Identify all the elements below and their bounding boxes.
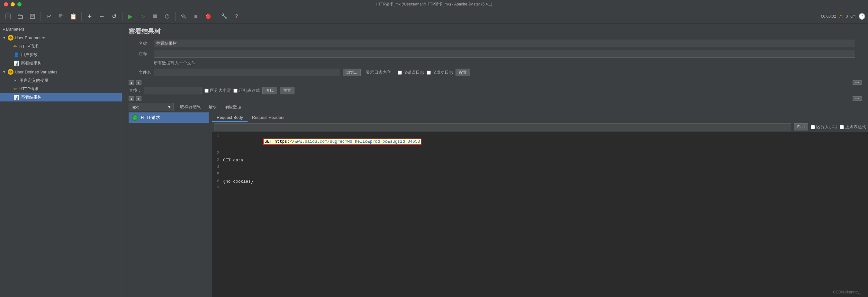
elapsed-time: 00:00:02 [821, 14, 836, 19]
tab-request-body[interactable]: Request Body [212, 114, 248, 122]
url-link: www.baidu.com/sugrec?wd=hello&prod=pc&su… [294, 139, 420, 144]
dots-btn-1[interactable]: ••• [852, 80, 862, 85]
remote-shutdown-button[interactable]: 🔴 [203, 11, 214, 22]
cut-button[interactable]: ✂ [43, 11, 54, 22]
code-line-1: 1 GET https://www.baidu.com/sugrec?wd=he… [212, 133, 868, 150]
separator-4 [175, 12, 176, 21]
tab-request[interactable]: 请求 [205, 103, 221, 111]
window-controls [4, 2, 22, 6]
clock-icon: 🕐 [858, 13, 865, 20]
find-case-checkbox[interactable] [811, 125, 815, 129]
line-content-3: GET data [222, 157, 868, 163]
sidebar-item-http-request-1[interactable]: ✏ HTTP请求 [0, 42, 122, 51]
separator-2 [81, 12, 82, 21]
line-num-1: 1 [212, 133, 222, 138]
filename-label: 文件名 [135, 70, 151, 75]
new-button[interactable] [3, 11, 13, 22]
window-title: HTTP请求.jmx (/Users/ahan/HTTP请求.jmx) - Ap… [376, 2, 493, 7]
comment-input[interactable] [154, 50, 855, 58]
close-button[interactable] [4, 2, 8, 6]
down-arrow-btn-2[interactable]: ▼ [136, 96, 142, 101]
user-vars-icon: 👤 [13, 52, 19, 57]
filename-input[interactable] [154, 69, 340, 76]
find-button[interactable]: 查找 [262, 87, 277, 94]
sidebar-item-user-parameters[interactable]: ▼ ⚙ User Parameters [0, 33, 122, 42]
text-dropdown-label: Text [131, 105, 138, 110]
success-log-checkbox[interactable] [427, 71, 431, 75]
divider-1: ▲ ▼ ••• [122, 80, 868, 85]
sidebar-user-vars-label: 用户参数 [21, 52, 38, 58]
find-regex-checkbox[interactable] [840, 125, 844, 129]
code-line-3: 3 GET data [212, 157, 868, 164]
line-content-2 [222, 150, 868, 156]
detail-tabs: Request Body Request Headers [212, 112, 868, 122]
sidebar-item-udv-vars[interactable]: ✂ 用户定义的变量 [0, 76, 122, 85]
remote-stop-button[interactable]: ⏹ [190, 11, 201, 22]
remove-button[interactable]: − [96, 11, 107, 22]
line-content-6: {no cookies} [222, 179, 868, 185]
templates-button[interactable]: 🔧 [219, 11, 230, 22]
sidebar-item-results-tree-2[interactable]: 📊 察看结果树 [0, 93, 122, 102]
case-sensitive-checkbox[interactable] [205, 88, 209, 93]
dots-btn-2[interactable]: ••• [852, 96, 862, 101]
find-bar-button[interactable]: Find [794, 124, 808, 131]
name-input[interactable] [154, 39, 855, 47]
sidebar-item-user-vars[interactable]: 👤 用户参数 [0, 51, 122, 59]
watermark: CSDN @anndy_ [833, 290, 862, 294]
minimize-button[interactable] [10, 2, 15, 6]
open-button[interactable] [15, 11, 26, 22]
sidebar-item-http-request-2[interactable]: ✏ HTTP请求 [0, 85, 122, 93]
content-panel: 察看结果树 名称： 注释： 所有数据写入一个文件 文件名 浏览... [122, 24, 868, 297]
sample-item-http[interactable]: ✓ HTTP请求 [129, 112, 209, 123]
code-line-5: 5 [212, 171, 868, 179]
tab-request-headers[interactable]: Request Headers [248, 114, 289, 122]
sidebar-results-label-1: 察看结果树 [21, 60, 42, 66]
sidebar-results-label-2: 察看结果树 [21, 94, 42, 100]
error-log-checkbox[interactable] [398, 71, 402, 75]
main-layout: Parameters ▼ ⚙ User Parameters ✏ HTTP请求 … [0, 24, 868, 297]
regex-checkbox[interactable] [234, 88, 238, 93]
paste-button[interactable]: 📋 [68, 11, 79, 22]
success-log-checkbox-label: 仅成功日志 [427, 70, 453, 75]
display-log-label: 显示日志内容： [366, 70, 395, 75]
line-num-7: 7 [212, 186, 222, 191]
divider-2: ▲ ▼ ••• [122, 96, 868, 102]
search-input[interactable] [144, 87, 202, 94]
add-button[interactable]: + [84, 11, 95, 22]
highlighted-line: GET https://www.baidu.com/sugrec?wd=hell… [263, 138, 422, 145]
start-button[interactable]: ▶ [125, 11, 136, 22]
remote-start-button[interactable]: 🔌 [178, 11, 189, 22]
tab-sampler[interactable]: 取样器结果 [176, 103, 205, 111]
regex-text: 正则表达式 [239, 88, 260, 93]
up-arrow-btn[interactable]: ▲ [129, 80, 134, 85]
sidebar-item-results-tree-1[interactable]: 📊 察看结果树 [0, 59, 122, 67]
shutdown-button[interactable] [162, 11, 173, 22]
tab-response[interactable]: 响应数据 [221, 103, 245, 111]
save-button[interactable] [27, 11, 38, 22]
revert-button[interactable]: ↺ [108, 11, 120, 22]
sidebar-item-user-defined-vars[interactable]: ▼ ⚙ User Defined Variables [0, 67, 122, 76]
down-arrow-btn[interactable]: ▼ [136, 80, 142, 85]
browse-button[interactable]: 浏览... [343, 69, 361, 76]
sidebar-item-parameters[interactable]: Parameters [0, 25, 122, 33]
comment-row: 注释： [129, 49, 862, 59]
help-button[interactable]: ? [231, 11, 242, 22]
panel-title: 察看结果树 [129, 27, 862, 36]
reset-button[interactable]: 重置 [280, 87, 294, 94]
pencil-icon-2: ✏ [13, 86, 18, 91]
error-log-label: 仅错误日志 [403, 70, 424, 75]
config-button[interactable]: 配置 [456, 69, 470, 76]
stop-button[interactable] [150, 11, 160, 22]
maximize-button[interactable] [18, 2, 22, 6]
svg-rect-7 [153, 15, 157, 18]
copy-button[interactable]: ⧉ [56, 11, 66, 22]
up-arrow-btn-2[interactable]: ▲ [129, 96, 134, 101]
line-num-4: 4 [212, 164, 222, 169]
text-dropdown[interactable]: Text ▼ [129, 103, 174, 111]
warning-count: 0 [846, 14, 848, 19]
code-line-4: 4 [212, 164, 868, 171]
find-bar-input[interactable] [214, 124, 791, 131]
filename-row: 文件名 浏览... 显示日志内容： 仅错误日志 仅成功日志 配置 [129, 67, 862, 78]
search-label: 查找： [129, 88, 142, 93]
start-no-pause-button[interactable]: ▷ [137, 11, 148, 22]
